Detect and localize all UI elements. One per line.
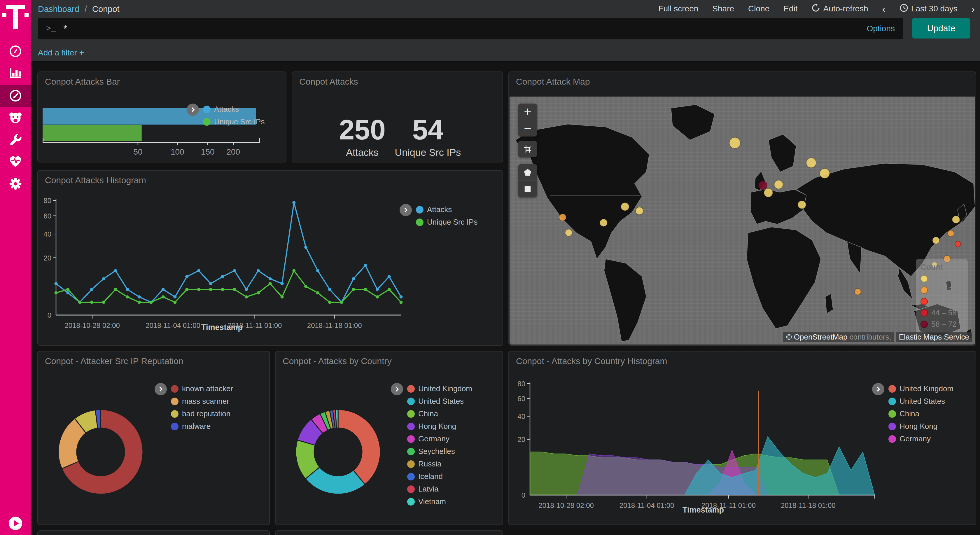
time-prev-button[interactable]: ‹ bbox=[882, 3, 886, 14]
legend-item[interactable]: Hong Kong bbox=[888, 422, 953, 431]
legend-expand-button[interactable] bbox=[154, 383, 167, 395]
legend-expand-button[interactable] bbox=[391, 383, 403, 395]
legend-item[interactable]: Unique Src IPs bbox=[203, 117, 264, 126]
time-range-picker[interactable]: Last 30 days bbox=[899, 3, 958, 14]
map-legend-item: 16 – 30 bbox=[921, 286, 963, 295]
svg-text:80: 80 bbox=[43, 197, 51, 204]
legend-item[interactable]: United States bbox=[888, 397, 953, 406]
legend-item[interactable]: Attacks bbox=[416, 205, 477, 214]
legend-label: Vietnam bbox=[418, 497, 446, 506]
panel-title: Conpot - Attacks by Country Histogram bbox=[516, 356, 667, 366]
map-draw-polygon-button[interactable] bbox=[518, 164, 537, 181]
panel-title: Conpot Attacks bbox=[299, 77, 358, 87]
attack-bubble bbox=[559, 214, 566, 221]
map-fit-data-button[interactable] bbox=[518, 141, 537, 157]
sidebar-item-timelion[interactable] bbox=[0, 108, 30, 130]
telekom-t-logo[interactable] bbox=[0, 2, 30, 32]
legend-label: United States bbox=[899, 397, 945, 406]
attack-bubble bbox=[636, 207, 643, 215]
attack-bubble bbox=[932, 237, 939, 244]
reputation-donut-chart[interactable] bbox=[38, 366, 269, 524]
svg-text:20: 20 bbox=[517, 436, 525, 443]
legend-dot-icon bbox=[888, 410, 896, 418]
legend-dot-icon bbox=[416, 206, 423, 213]
full-screen-button[interactable]: Full screen bbox=[658, 4, 698, 13]
legend-item[interactable]: Vietnam bbox=[407, 497, 472, 506]
legend-item[interactable]: United Kingdom bbox=[888, 384, 953, 393]
legend-item[interactable]: Iceland bbox=[407, 472, 472, 481]
attack-bubble bbox=[764, 188, 773, 197]
time-next-button[interactable]: › bbox=[972, 3, 975, 14]
legend-item[interactable]: Attacks bbox=[203, 105, 264, 114]
map-zoom-out-button[interactable]: − bbox=[518, 120, 537, 137]
legend-item[interactable]: Hong Kong bbox=[407, 422, 472, 431]
legend-label: bad reputation bbox=[182, 409, 231, 418]
elastic-maps-attribution[interactable]: Elastic Maps Service bbox=[896, 332, 972, 342]
share-button[interactable]: Share bbox=[712, 4, 734, 13]
attacks-line-chart[interactable]: 8060402002018-10-28 02:002018-11-04 01:0… bbox=[41, 197, 411, 337]
svg-text:2018-11-18 01:00: 2018-11-18 01:00 bbox=[781, 502, 835, 510]
map-zoom-in-button[interactable]: + bbox=[518, 103, 537, 120]
legend-label: Russia bbox=[418, 459, 441, 468]
map-draw-rectangle-button[interactable] bbox=[518, 181, 537, 197]
legend-label: Iceland bbox=[418, 472, 443, 481]
legend-expand-button[interactable] bbox=[187, 103, 199, 116]
map-canvas bbox=[509, 97, 975, 344]
legend-item[interactable]: Unique Src IPs bbox=[416, 218, 477, 227]
query-options-link[interactable]: Options bbox=[867, 24, 895, 33]
legend-item[interactable]: United States bbox=[407, 397, 472, 406]
legend-item[interactable]: Seychelles bbox=[407, 447, 472, 456]
legend-item[interactable]: known attacker bbox=[171, 384, 233, 393]
legend-item[interactable]: China bbox=[888, 409, 953, 418]
legend-item[interactable]: malware bbox=[171, 422, 233, 431]
map-legend-dot-icon bbox=[921, 321, 928, 328]
sidebar-item-management[interactable] bbox=[0, 173, 30, 196]
legend-expand-button[interactable] bbox=[399, 204, 412, 216]
legend-item[interactable]: Germany bbox=[888, 435, 953, 443]
legend-item[interactable]: Latvia bbox=[407, 484, 472, 494]
breadcrumb-dashboard-link[interactable]: Dashboard bbox=[38, 4, 80, 14]
map-legend-range: 2 – 16 bbox=[931, 274, 952, 283]
legend-item[interactable]: Russia bbox=[407, 459, 472, 468]
legend-item[interactable]: bad reputation bbox=[171, 409, 233, 418]
sidebar-item-dashboard[interactable] bbox=[0, 85, 30, 107]
sidebar-collapse-button[interactable] bbox=[0, 513, 30, 535]
map-attribution: © OpenStreetMap contributors, Elastic Ma… bbox=[783, 332, 972, 342]
refresh-icon bbox=[811, 3, 820, 14]
legend-dot-icon bbox=[407, 473, 415, 481]
osm-attribution[interactable]: © OpenStreetMap bbox=[786, 333, 847, 341]
update-button[interactable]: Update bbox=[912, 18, 970, 38]
legend-item[interactable]: China bbox=[407, 409, 472, 418]
attack-bubble bbox=[621, 202, 629, 211]
svg-text:2018-11-18 01:00: 2018-11-18 01:00 bbox=[307, 322, 362, 330]
legend-item[interactable]: mass scanner bbox=[171, 397, 233, 406]
legend-dot-icon bbox=[407, 435, 415, 443]
clock-icon bbox=[899, 3, 908, 14]
panel-conpot-attacks-bar: Conpot Attacks Bar 50100150200 AttacksUn… bbox=[37, 72, 286, 162]
country-area-chart[interactable]: 8060402002018-10-28 02:002018-11-04 01:0… bbox=[513, 381, 886, 515]
edit-button[interactable]: Edit bbox=[783, 4, 797, 13]
panel-title: Conpot Attacks Histogram bbox=[45, 175, 146, 185]
metric-label: Unique Src IPs bbox=[388, 147, 467, 158]
legend-item[interactable]: Germany bbox=[407, 435, 472, 443]
query-input[interactable] bbox=[64, 23, 867, 34]
map-landmasses bbox=[515, 105, 975, 342]
svg-text:60: 60 bbox=[517, 395, 525, 403]
sidebar-item-monitoring[interactable] bbox=[0, 151, 30, 174]
svg-text:40: 40 bbox=[517, 412, 525, 420]
query-prompt-icon: >_ bbox=[46, 24, 56, 33]
world-map[interactable]: + − Count 2 – 1616 – 3030 – 4444 – 5858 … bbox=[509, 97, 975, 344]
map-draw-controls bbox=[518, 164, 537, 197]
clone-button[interactable]: Clone bbox=[748, 4, 769, 13]
query-bar[interactable]: >_ Options bbox=[38, 18, 903, 39]
sidebar-item-dev-tools[interactable] bbox=[0, 129, 30, 152]
sidebar-item-discover[interactable] bbox=[0, 41, 30, 63]
add-filter-link[interactable]: Add a filter + bbox=[38, 48, 84, 57]
legend-expand-button[interactable] bbox=[872, 383, 885, 395]
legend-item[interactable]: United Kingdom bbox=[407, 384, 472, 393]
auto-refresh-button[interactable]: Auto-refresh bbox=[811, 3, 868, 14]
sidebar-item-visualize[interactable] bbox=[0, 62, 30, 84]
svg-text:150: 150 bbox=[201, 147, 215, 156]
map-legend-item: 30 – 44 bbox=[921, 297, 963, 306]
map-legend-range: 58 – 72 bbox=[931, 320, 957, 329]
